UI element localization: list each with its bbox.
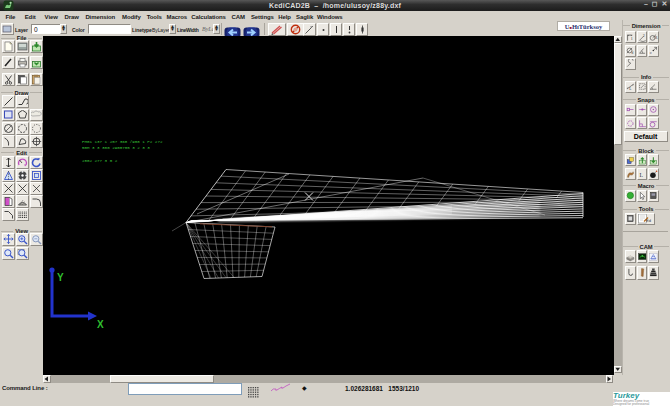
svg-text:Y: Y	[57, 272, 64, 283]
svg-text:L: L	[629, 87, 631, 91]
svg-text:2: 2	[642, 33, 644, 38]
svg-text:2802 277 3 0 2: 2802 277 3 0 2	[82, 159, 118, 163]
svg-text:Ed: Ed	[646, 218, 651, 223]
svg-text:50M 3 3 300 2900705 3 2 3 3: 50M 3 3 300 2900705 3 2 3 3	[82, 146, 150, 150]
svg-text:o: o	[650, 51, 652, 55]
svg-text:PM01 137 1 257 368 /908 1 P2 2: PM01 137 1 257 368 /908 1 P2 272	[82, 140, 163, 144]
svg-text:X: X	[97, 319, 104, 330]
svg-text:R: R	[655, 35, 658, 39]
svg-text:I.: I.	[639, 171, 643, 177]
svg-text:1: 1	[631, 36, 633, 41]
svg-text:d: d	[632, 51, 634, 55]
